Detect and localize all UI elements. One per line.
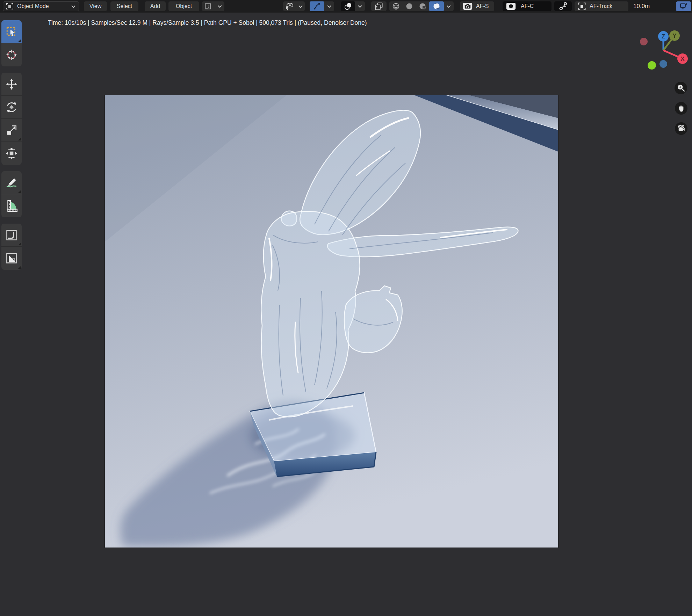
af-c-button[interactable]: AF-C <box>503 1 552 11</box>
axis-y-ball[interactable]: Y <box>669 30 680 41</box>
gizmos-dropdown[interactable] <box>324 1 334 11</box>
camera-view-icon <box>677 124 686 133</box>
rendered-icon <box>432 2 441 11</box>
measure-icon <box>5 200 18 212</box>
shading-rendered[interactable] <box>429 1 444 11</box>
af-track-label: AF-Track <box>590 3 612 9</box>
tool-settings-dropdown[interactable] <box>202 1 224 11</box>
top-header: Object Mode View Select Add Object <box>0 0 692 13</box>
toolbar-group-transform <box>1 73 22 165</box>
gizmo-arc-icon <box>313 2 321 10</box>
toolbar-group-add <box>1 224 22 270</box>
tool-draw-face[interactable] <box>1 247 22 270</box>
axis-z-ball[interactable]: Z <box>658 31 669 42</box>
menu-select[interactable]: Select <box>110 1 138 11</box>
object-mode-icon <box>6 2 14 10</box>
menu-add[interactable]: Add <box>145 1 166 11</box>
overlays-icon <box>344 2 352 10</box>
hand-icon <box>677 104 685 113</box>
shading-group <box>389 1 454 11</box>
shading-wireframe[interactable] <box>389 1 403 11</box>
rendered-image <box>105 95 558 548</box>
viewport-pan-button[interactable] <box>675 102 687 115</box>
tool-transform[interactable] <box>1 142 22 165</box>
chevron-down-icon <box>327 4 332 8</box>
axis-neg-z-ball[interactable] <box>659 60 667 68</box>
chevron-down-icon <box>71 4 76 8</box>
af-s-button[interactable]: AF-S <box>460 1 494 11</box>
mode-selector-dropdown[interactable]: Object Mode <box>3 1 79 11</box>
af-track-button[interactable]: AF-Track <box>575 1 628 11</box>
corner-curve-icon <box>5 229 18 241</box>
tool-cursor-3d[interactable] <box>1 43 22 66</box>
gizmos-group <box>310 1 334 11</box>
tool-rotate[interactable] <box>1 96 22 119</box>
chevron-down-icon <box>446 4 451 8</box>
axis-x-label: X <box>680 56 685 62</box>
move-icon <box>6 78 17 90</box>
transform-icon <box>6 147 17 159</box>
shading-solid[interactable] <box>403 1 416 11</box>
zoom-icon <box>676 84 685 93</box>
tool-select-box[interactable] <box>1 20 22 43</box>
menu-view[interactable]: View <box>84 1 107 11</box>
gizmos-toggle[interactable] <box>310 1 324 11</box>
annotate-pencil-icon <box>5 176 18 189</box>
menu-add-label: Add <box>150 3 160 9</box>
overlays-dropdown[interactable] <box>355 1 365 11</box>
viewport-render[interactable] <box>105 95 558 548</box>
menu-object-label: Object <box>176 3 192 9</box>
axis-neg-x-ball[interactable] <box>640 38 648 45</box>
toolbar-group-select <box>1 20 22 66</box>
render-stats-text: Time: 10s/10s | Samples/Sec 12.9 M | Ray… <box>48 17 367 28</box>
wireframe-icon <box>391 2 401 11</box>
select-box-icon <box>6 26 17 38</box>
toolbar-group-annotate <box>1 171 22 217</box>
tool-scale[interactable] <box>1 119 22 142</box>
viewport-zoom-button[interactable] <box>675 82 687 94</box>
axis-neg-y-ball[interactable] <box>648 61 656 70</box>
eye-cursor-icon <box>285 2 294 10</box>
tool-annotate[interactable] <box>1 171 22 194</box>
chevron-down-icon <box>358 4 362 8</box>
overlays-toggle[interactable] <box>341 1 355 11</box>
chevron-down-icon <box>217 4 222 8</box>
scale-icon <box>6 124 17 136</box>
af-c-label: AF-C <box>521 3 534 9</box>
af-s-label: AF-S <box>476 3 489 9</box>
rotate-icon <box>6 101 17 113</box>
keying-button[interactable] <box>554 1 572 11</box>
record-circle-icon <box>506 2 516 10</box>
overlays-group <box>341 1 365 11</box>
tool-measure[interactable] <box>1 194 22 217</box>
corner-curve-icon <box>204 2 212 10</box>
display-sync-button[interactable] <box>676 1 691 11</box>
focus-distance-value: 10.0m <box>633 0 650 13</box>
draw-face-icon <box>5 252 18 264</box>
show-gizmo-dropdown[interactable] <box>283 1 305 11</box>
mode-selector-label: Object Mode <box>17 3 71 9</box>
shading-material[interactable] <box>416 1 429 11</box>
menu-select-label: Select <box>117 3 132 9</box>
display-link-icon <box>679 2 688 11</box>
axis-z-label: Z <box>662 33 665 40</box>
xray-icon <box>374 2 383 11</box>
chevron-down-icon <box>298 4 303 8</box>
cursor-3d-icon <box>5 49 18 61</box>
solid-icon <box>405 2 414 11</box>
tool-corner-curve[interactable] <box>1 224 22 247</box>
viewport-camera-button[interactable] <box>675 122 687 135</box>
menu-object[interactable]: Object <box>168 1 199 11</box>
navigation-gizmo[interactable]: Z Y X <box>636 24 692 77</box>
xray-toggle[interactable] <box>371 1 387 11</box>
shading-dropdown[interactable] <box>444 1 454 11</box>
camera-icon <box>463 2 473 10</box>
key-plus-icon <box>558 2 568 11</box>
tool-move[interactable] <box>1 73 22 96</box>
axis-x-ball[interactable]: X <box>677 53 688 64</box>
material-preview-icon <box>418 2 427 11</box>
axis-y-label: Y <box>672 32 677 39</box>
menu-view-label: View <box>89 3 101 9</box>
tracking-marker-icon <box>578 2 586 10</box>
